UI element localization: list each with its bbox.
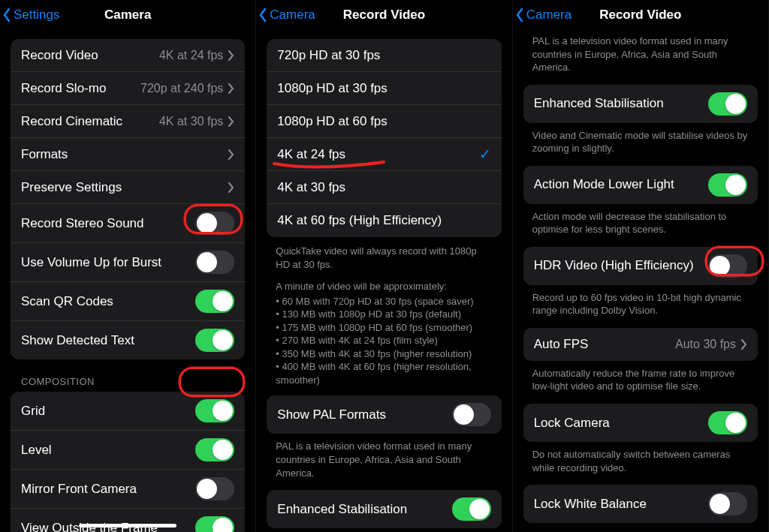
row-label: Enhanced Stabilisation: [534, 96, 708, 111]
minute-line: 400 MB with 4K at 60 fps (higher resolut…: [276, 360, 492, 386]
minute-info: A minute of video will be approximately:…: [256, 272, 511, 388]
toggle[interactable]: [708, 411, 747, 434]
record-stereo-row[interactable]: Record Stereo Sound: [11, 204, 245, 243]
lock-camera-row[interactable]: Lock Camera: [523, 404, 758, 442]
video-options-list: 720p HD at 30 fps 1080p HD at 30 fps 108…: [267, 39, 501, 237]
row-label: Scan QR Codes: [21, 294, 195, 309]
row-detail: 4K at 24 fps: [159, 49, 223, 62]
option-4k-24[interactable]: 4K at 24 fps✓: [267, 138, 501, 171]
scan-qr-row[interactable]: Scan QR Codes: [11, 282, 245, 321]
home-indicator[interactable]: [79, 524, 176, 527]
option-label: 4K at 30 fps: [277, 180, 345, 195]
hdr-desc: Record up to 60 fps video in 10-bit high…: [513, 285, 768, 328]
show-detected-text-row[interactable]: Show Detected Text: [11, 321, 245, 359]
pal-desc: PAL is a television video format used in…: [256, 434, 511, 490]
checkmark-icon: ✓: [479, 146, 491, 163]
toggle[interactable]: [708, 173, 747, 197]
enh-stab-list: Enhanced Stabilisation: [523, 85, 758, 123]
row-label: Action Mode Lower Light: [534, 177, 708, 192]
row-label: Record Cinematic: [21, 114, 159, 129]
toggle[interactable]: [195, 329, 234, 352]
option-720p-30[interactable]: 720p HD at 30 fps: [267, 39, 501, 72]
record-cinematic-row[interactable]: Record Cinematic 4K at 30 fps: [11, 105, 245, 138]
option-1080p-60[interactable]: 1080p HD at 60 fps: [267, 105, 501, 138]
back-button[interactable]: Settings: [2, 8, 69, 23]
row-label: Lock White Balance: [534, 497, 708, 512]
row-label: Show PAL Formats: [277, 407, 451, 422]
chevron-right-icon: [228, 116, 234, 127]
row-label: Record Stereo Sound: [21, 216, 195, 231]
chevron-left-icon: [514, 8, 525, 23]
chevron-left-icon: [2, 8, 12, 23]
enhanced-stabilisation-row[interactable]: Enhanced Stabilisation: [267, 490, 501, 528]
action-mode-list: Action Mode Lower Light: [523, 166, 758, 204]
row-label: Record Video: [21, 48, 159, 63]
show-pal-row[interactable]: Show PAL Formats: [267, 395, 501, 434]
record-slomo-row[interactable]: Record Slo-mo 720p at 240 fps: [11, 72, 245, 105]
row-label: Lock Camera: [534, 416, 708, 431]
back-button[interactable]: Camera: [258, 8, 325, 23]
minute-line: 60 MB with 720p HD at 30 fps (space save…: [276, 295, 492, 308]
chevron-right-icon: [228, 50, 234, 61]
auto-fps-row[interactable]: Auto FPS Auto 30 fps: [523, 328, 758, 361]
view-outside-frame-row[interactable]: View Outside the Frame: [11, 509, 245, 532]
minute-line: 175 MB with 1080p HD at 60 fps (smoother…: [276, 321, 492, 335]
mirror-front-camera-row[interactable]: Mirror Front Camera: [11, 470, 245, 509]
toggle[interactable]: [195, 212, 234, 235]
hdr-list: HDR Video (High Efficiency): [523, 247, 758, 285]
back-button[interactable]: Camera: [514, 8, 582, 23]
hdr-video-row[interactable]: HDR Video (High Efficiency): [523, 247, 758, 285]
nav-bar: Camera Record Video: [256, 0, 511, 33]
toggle[interactable]: [708, 254, 747, 278]
toggle[interactable]: [708, 492, 747, 515]
camera-settings-list: Record Video 4K at 24 fps Record Slo-mo …: [11, 39, 245, 359]
minute-line: 270 MB with 4K at 24 fps (film style): [276, 334, 492, 347]
volume-up-burst-row[interactable]: Use Volume Up for Burst: [11, 243, 245, 282]
action-mode-desc: Action mode will decrease the stabilisat…: [513, 204, 768, 247]
row-label: Grid: [21, 404, 195, 419]
level-row[interactable]: Level: [11, 431, 245, 470]
toggle[interactable]: [195, 477, 234, 500]
lock-white-balance-row[interactable]: Lock White Balance: [523, 485, 758, 523]
toggle[interactable]: [195, 516, 234, 532]
minute-line: 350 MB with 4K at 30 fps (higher resolut…: [276, 347, 492, 361]
preserve-settings-row[interactable]: Preserve Settings: [11, 171, 245, 204]
toggle[interactable]: [708, 92, 747, 116]
lock-camera-list: Lock Camera: [523, 404, 758, 442]
action-mode-row[interactable]: Action Mode Lower Light: [523, 166, 758, 204]
grid-row[interactable]: Grid: [11, 392, 245, 431]
row-detail: 4K at 30 fps: [159, 115, 223, 128]
lock-wb-desc: Lock white balance while recording video…: [513, 523, 768, 532]
row-label: Enhanced Stabilisation: [277, 502, 451, 517]
enhanced-stabilisation-row[interactable]: Enhanced Stabilisation: [523, 85, 758, 123]
chevron-right-icon: [228, 149, 234, 160]
toggle[interactable]: [452, 497, 491, 521]
back-label: Camera: [526, 8, 571, 23]
chevron-right-icon: [228, 83, 234, 94]
minute-header: A minute of video will be approximately:: [276, 280, 492, 293]
row-detail: 720p at 240 fps: [140, 82, 223, 95]
enh-stab-desc: Video and Cinematic mode will stabilise …: [513, 123, 768, 166]
option-4k-30[interactable]: 4K at 30 fps: [267, 171, 501, 204]
toggle[interactable]: [195, 399, 234, 422]
option-4k-60[interactable]: 4K at 60 fps (High Efficiency): [267, 204, 501, 237]
row-label: Auto FPS: [534, 337, 675, 352]
toggle[interactable]: [195, 438, 234, 461]
formats-row[interactable]: Formats: [11, 138, 245, 171]
toggle[interactable]: [195, 290, 234, 313]
section-header-composition: Composition: [21, 376, 234, 387]
toggle[interactable]: [195, 251, 234, 274]
auto-fps-list: Auto FPS Auto 30 fps: [523, 328, 758, 361]
option-1080p-30[interactable]: 1080p HD at 30 fps: [267, 72, 501, 105]
record-video-row[interactable]: Record Video 4K at 24 fps: [11, 39, 245, 72]
option-label: 1080p HD at 60 fps: [277, 114, 387, 129]
back-label: Camera: [270, 8, 315, 23]
toggle[interactable]: [452, 403, 491, 426]
row-label: Record Slo-mo: [21, 81, 140, 96]
pal-desc: PAL is a television video format used in…: [513, 33, 768, 85]
lock-wb-list: Lock White Balance: [523, 485, 758, 523]
option-label: 4K at 60 fps (High Efficiency): [277, 213, 442, 228]
chevron-right-icon: [228, 182, 234, 193]
row-label: Use Volume Up for Burst: [21, 255, 195, 270]
option-label: 4K at 24 fps: [277, 147, 345, 162]
